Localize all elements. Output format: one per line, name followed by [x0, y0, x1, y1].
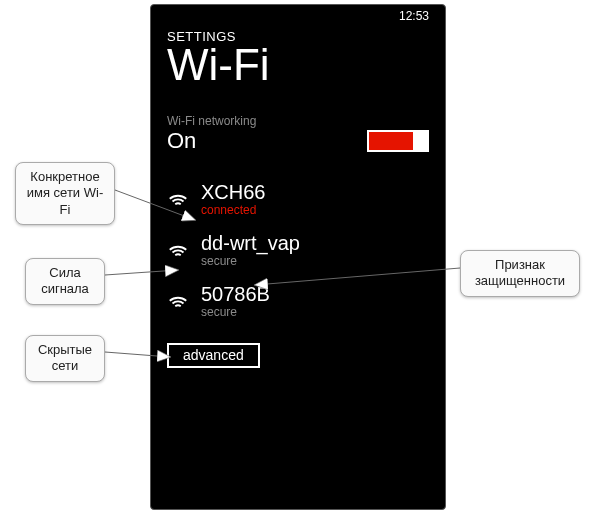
network-name: dd-wrt_vap: [201, 233, 300, 254]
wifi-networking-label: Wi-Fi networking: [167, 114, 429, 128]
wifi-signal-icon: [167, 237, 189, 257]
clock: 12:53: [399, 9, 429, 23]
network-item[interactable]: 50786B secure: [167, 284, 429, 319]
wifi-toggle-row: On: [167, 128, 429, 154]
wifi-signal-icon: [167, 288, 189, 308]
wifi-toggle-state: On: [167, 128, 196, 154]
callout-hidden-networks: Скрытые сети: [25, 335, 105, 382]
advanced-button[interactable]: advanced: [167, 343, 260, 368]
wifi-signal-icon: [167, 186, 189, 206]
network-name: XCH66: [201, 182, 265, 203]
network-item[interactable]: XCH66 connected: [167, 182, 429, 217]
callout-secure-indicator: Признак защищенности: [460, 250, 580, 297]
network-item[interactable]: dd-wrt_vap secure: [167, 233, 429, 268]
network-name: 50786B: [201, 284, 270, 305]
wifi-toggle[interactable]: [367, 130, 429, 152]
phone-screen: 12:53 SETTINGS Wi-Fi Wi-Fi networking On…: [150, 4, 446, 510]
page-title: Wi-Fi: [167, 40, 429, 90]
callout-signal-strength: Сила сигнала: [25, 258, 105, 305]
toggle-knob: [413, 132, 427, 150]
status-bar: 12:53: [167, 5, 429, 27]
callout-network-name: Конкретное имя сети Wi-Fi: [15, 162, 115, 225]
network-status: connected: [201, 203, 265, 217]
network-status: secure: [201, 254, 300, 268]
network-status: secure: [201, 305, 270, 319]
